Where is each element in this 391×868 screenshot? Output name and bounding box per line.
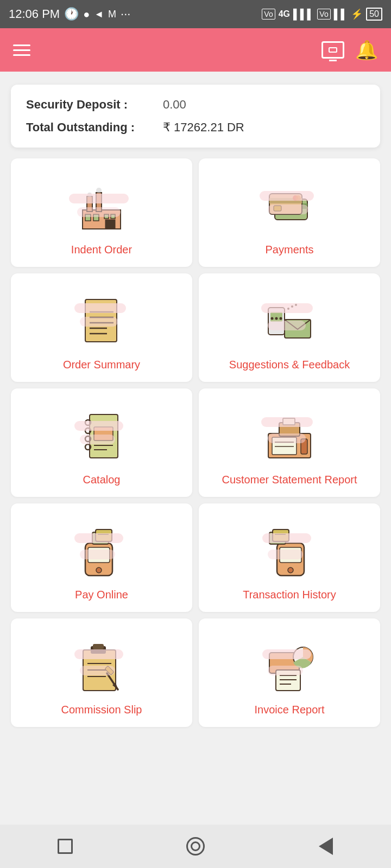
indent-order-icon (72, 177, 131, 237)
svg-point-26 (275, 317, 278, 320)
nav-icons: 🔔 (321, 39, 378, 61)
notification-bell-icon[interactable]: 🔔 (355, 39, 378, 61)
menu-item-pay-online[interactable]: Pay Online (11, 503, 192, 612)
hamburger-line-3 (13, 54, 30, 56)
security-deposit-label: Security Deposit : (26, 98, 156, 112)
hamburger-line-1 (13, 44, 30, 46)
order-summary-label: Order Summary (63, 359, 140, 371)
signal-bars2-icon: ▌▌ (334, 9, 348, 20)
menu-item-indent-order[interactable]: Indent Order (11, 158, 192, 267)
order-summary-icon (72, 292, 131, 352)
svg-rect-61 (93, 644, 104, 649)
volte-icon: Vo (262, 9, 275, 20)
svg-point-27 (279, 317, 282, 320)
wifi-icon: ⚡ (351, 8, 363, 20)
svg-rect-7 (105, 220, 115, 229)
top-nav: 🔔 (0, 28, 391, 72)
status-right: Vo 4G ▌▌▌ Vo ▌▌ ⚡ 50 (262, 8, 382, 21)
menu-item-suggestions-feedback[interactable]: Suggestions & Feedback (199, 273, 380, 382)
invoice-report-icon (260, 637, 319, 697)
menu-item-invoice-report[interactable]: Invoice Report (199, 618, 380, 727)
signal-icon: ◄ (94, 9, 104, 20)
gmail-icon: M (108, 9, 116, 20)
indent-order-label: Indent Order (71, 244, 132, 256)
home-circle-inner (191, 841, 200, 851)
menu-item-transaction-history[interactable]: Transaction History (199, 503, 380, 612)
more-icon: ··· (121, 7, 130, 21)
menu-item-commission-slip[interactable]: Commission Slip (11, 618, 192, 727)
security-deposit-row: Security Deposit : 0.00 (26, 98, 365, 112)
payments-label: Payments (266, 244, 314, 256)
catalog-label: Catalog (83, 474, 121, 486)
menu-item-catalog[interactable]: Catalog (11, 388, 192, 497)
svg-point-52 (96, 567, 102, 573)
menu-item-customer-statement[interactable]: Customer Statement Report (199, 388, 380, 497)
whatsapp-icon: ● (83, 8, 90, 21)
suggestions-feedback-label: Suggestions & Feedback (229, 359, 350, 371)
status-bar: 12:06 PM 🕐 ● ◄ M ··· Vo 4G ▌▌▌ Vo ▌▌ ⚡ 5… (0, 0, 391, 28)
customer-statement-label: Customer Statement Report (222, 474, 357, 486)
total-outstanding-value: ₹ 17262.21 DR (163, 120, 244, 135)
menu-grid: Indent Order Payments (0, 156, 391, 738)
commission-slip-label: Commission Slip (61, 704, 142, 716)
commission-slip-icon (72, 637, 131, 697)
4g-icon: 4G (279, 9, 290, 19)
invoice-report-label: Invoice Report (255, 704, 325, 716)
customer-statement-icon (260, 407, 319, 467)
alarm-icon: 🕐 (64, 7, 79, 21)
svg-point-9 (96, 188, 102, 193)
transaction-history-label: Transaction History (243, 589, 336, 601)
svg-point-25 (270, 317, 273, 320)
volte2-icon: Vo (317, 9, 330, 20)
payments-icon (260, 177, 319, 237)
time-display: 12:06 PM (9, 7, 60, 21)
total-outstanding-label: Total Outstanding : (26, 120, 156, 135)
total-outstanding-row: Total Outstanding : ₹ 17262.21 DR (26, 120, 365, 135)
catalog-icon (72, 407, 131, 467)
screen-cast-icon[interactable] (321, 41, 344, 59)
home-circle-icon (186, 837, 205, 856)
hamburger-line-2 (13, 49, 30, 51)
pay-online-label: Pay Online (75, 589, 128, 601)
battery-icon: 50 (366, 8, 382, 21)
signal-bars-icon: ▌▌▌ (293, 9, 314, 20)
bottom-nav-bar (0, 825, 391, 868)
square-icon (58, 839, 73, 854)
back-arrow-icon (319, 838, 333, 855)
suggestions-feedback-icon (260, 292, 319, 352)
info-card: Security Deposit : 0.00 Total Outstandin… (11, 85, 380, 148)
home-button[interactable] (184, 834, 207, 858)
menu-item-order-summary[interactable]: Order Summary (11, 273, 192, 382)
hamburger-menu-button[interactable] (13, 44, 30, 56)
square-button[interactable] (53, 834, 77, 858)
transaction-history-icon (260, 522, 319, 582)
menu-item-payments[interactable]: Payments (199, 158, 380, 267)
back-button[interactable] (314, 834, 338, 858)
svg-rect-24 (270, 312, 282, 322)
status-left: 12:06 PM 🕐 ● ◄ M ··· (9, 7, 130, 21)
svg-point-58 (288, 567, 293, 573)
pay-online-icon (72, 522, 131, 582)
security-deposit-value: 0.00 (163, 98, 186, 112)
